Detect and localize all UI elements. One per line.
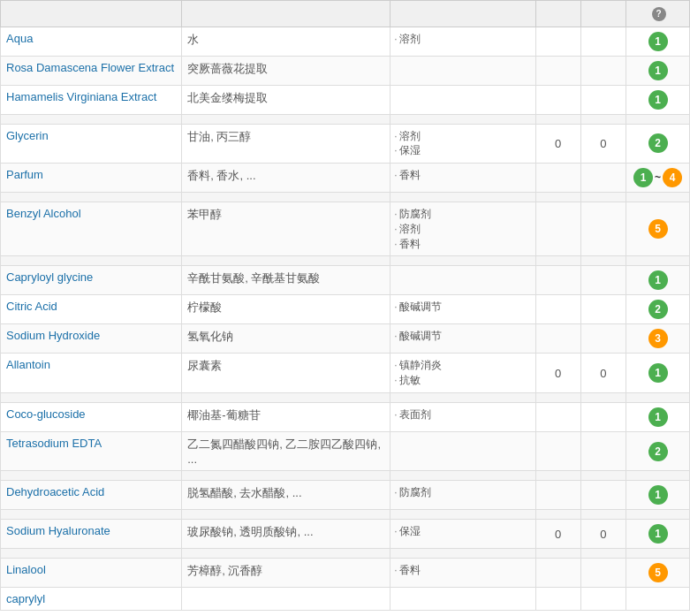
safety-cell — [626, 588, 690, 611]
ingredient-name-cell[interactable]: caprylyl — [1, 588, 182, 611]
powder-cell — [535, 295, 580, 324]
table-row: Parfum香料, 香水, ...香料1~4 — [1, 164, 690, 193]
ingredient-name-cell[interactable]: Rosa Damascena Flower Extract — [1, 56, 182, 85]
chinese-name-cell: 甘油, 丙三醇 — [182, 124, 390, 164]
safety-cell: 3 — [626, 324, 690, 354]
properties-cell — [390, 432, 535, 471]
ingredient-name-cell[interactable]: Sodium Hyaluronate — [1, 520, 182, 549]
safety-cell: 1 — [626, 85, 690, 114]
table-row: Glycerin甘油, 丙三醇溶剂保湿002 — [1, 124, 690, 164]
irritant-cell — [580, 266, 626, 295]
irritant-cell — [580, 432, 626, 471]
properties-cell — [390, 588, 535, 611]
properties-cell — [390, 266, 535, 295]
chinese-name-cell: 脱氢醋酸, 去水醋酸, ... — [182, 481, 390, 510]
ingredient-name-cell[interactable]: Tetrasodium EDTA — [1, 432, 182, 471]
irritant-cell — [580, 481, 626, 510]
ingredient-name-cell[interactable]: Dehydroacetic Acid — [1, 481, 182, 510]
irritant-cell — [580, 588, 626, 611]
header-powder — [535, 1, 580, 27]
ingredient-name-cell[interactable]: Coco-glucoside — [1, 403, 182, 432]
chinese-name-cell: 尿囊素 — [182, 354, 390, 393]
safety-cell: 1 — [626, 266, 690, 295]
ingredient-name-cell[interactable]: Allantoin — [1, 354, 182, 393]
table-row: Rosa Damascena Flower Extract突厥蔷薇花提取1 — [1, 56, 690, 85]
chinese-name-cell: 芳樟醇, 沉香醇 — [182, 559, 390, 588]
table-row: Benzyl Alcohol苯甲醇防腐剂溶剂香料5 — [1, 202, 690, 256]
safety-cell: 1 — [626, 403, 690, 432]
properties-cell: 溶剂保湿 — [390, 124, 535, 164]
header-ingredient — [1, 1, 182, 27]
table-row: Linalool芳樟醇, 沉香醇香料5 — [1, 559, 690, 588]
powder-cell — [535, 403, 580, 432]
chinese-name-cell — [182, 588, 390, 611]
ingredient-name-cell[interactable]: Citric Acid — [1, 295, 182, 324]
safety-cell: 1 — [626, 481, 690, 510]
properties-cell: 防腐剂溶剂香料 — [390, 202, 535, 256]
row-separator — [1, 549, 690, 559]
properties-cell: 香料 — [390, 164, 535, 193]
header-properties — [390, 1, 535, 27]
properties-cell — [390, 85, 535, 114]
table-row: Citric Acid柠檬酸酸碱调节2 — [1, 295, 690, 324]
chinese-name-cell: 香料, 香水, ... — [182, 164, 390, 193]
table-row: Hamamelis Virginiana Extract北美金缕梅提取1 — [1, 85, 690, 114]
properties-cell — [390, 56, 535, 85]
chinese-name-cell: 辛酰甘氨酸, 辛酰基甘氨酸 — [182, 266, 390, 295]
row-separator — [1, 256, 690, 266]
ingredient-name-cell[interactable]: Hamamelis Virginiana Extract — [1, 85, 182, 114]
table-row: Coco-glucoside椰油基-葡糖苷表面剂1 — [1, 403, 690, 432]
irritant-cell: 0 — [580, 354, 626, 393]
row-separator — [1, 471, 690, 481]
header-safety: ? — [626, 1, 690, 27]
ingredient-name-cell[interactable]: Benzyl Alcohol — [1, 202, 182, 256]
irritant-cell — [580, 27, 626, 56]
chinese-name-cell: 玻尿酸钠, 透明质酸钠, ... — [182, 520, 390, 549]
header-chinese — [182, 1, 390, 27]
irritant-cell: 0 — [580, 124, 626, 164]
chinese-name-cell: 氢氧化钠 — [182, 324, 390, 354]
ingredient-name-cell[interactable]: Sodium Hydroxide — [1, 324, 182, 354]
safety-help-icon[interactable]: ? — [652, 7, 666, 21]
ingredients-table: ? Aqua水溶剂1Rosa Damascena Flower Extract突… — [0, 0, 690, 611]
powder-cell — [535, 164, 580, 193]
irritant-cell — [580, 202, 626, 256]
properties-cell: 溶剂 — [390, 27, 535, 56]
safety-cell: 2 — [626, 295, 690, 324]
irritant-cell — [580, 324, 626, 354]
table-row: Dehydroacetic Acid脱氢醋酸, 去水醋酸, ...防腐剂1 — [1, 481, 690, 510]
powder-cell — [535, 266, 580, 295]
table-row: Capryloyl glycine辛酰甘氨酸, 辛酰基甘氨酸1 — [1, 266, 690, 295]
ingredient-name-cell[interactable]: Glycerin — [1, 124, 182, 164]
ingredient-name-cell[interactable]: Capryloyl glycine — [1, 266, 182, 295]
ingredient-name-cell[interactable]: Linalool — [1, 559, 182, 588]
header-irritant — [580, 1, 626, 27]
irritant-cell — [580, 85, 626, 114]
powder-cell: 0 — [535, 124, 580, 164]
irritant-cell — [580, 559, 626, 588]
powder-cell — [535, 324, 580, 354]
powder-cell: 0 — [535, 520, 580, 549]
irritant-cell — [580, 295, 626, 324]
powder-cell — [535, 559, 580, 588]
safety-cell: 1 — [626, 354, 690, 393]
table-row: Allantoin尿囊素镇静消炎抗敏001 — [1, 354, 690, 393]
properties-cell: 镇静消炎抗敏 — [390, 354, 535, 393]
properties-cell: 防腐剂 — [390, 481, 535, 510]
table-row: Aqua水溶剂1 — [1, 27, 690, 56]
properties-cell: 酸碱调节 — [390, 324, 535, 354]
ingredient-name-cell[interactable]: Aqua — [1, 27, 182, 56]
table-row: Tetrasodium EDTA乙二氮四醋酸四钠, 乙二胺四乙酸四钠, ...2 — [1, 432, 690, 471]
properties-cell: 表面剂 — [390, 403, 535, 432]
powder-cell — [535, 202, 580, 256]
ingredients-table-container: ? Aqua水溶剂1Rosa Damascena Flower Extract突… — [0, 0, 690, 611]
row-separator — [1, 510, 690, 520]
row-separator — [1, 193, 690, 202]
powder-cell — [535, 588, 580, 611]
powder-cell — [535, 85, 580, 114]
irritant-cell: 0 — [580, 520, 626, 549]
chinese-name-cell: 北美金缕梅提取 — [182, 85, 390, 114]
chinese-name-cell: 乙二氮四醋酸四钠, 乙二胺四乙酸四钠, ... — [182, 432, 390, 471]
ingredient-name-cell[interactable]: Parfum — [1, 164, 182, 193]
safety-cell: 5 — [626, 559, 690, 588]
